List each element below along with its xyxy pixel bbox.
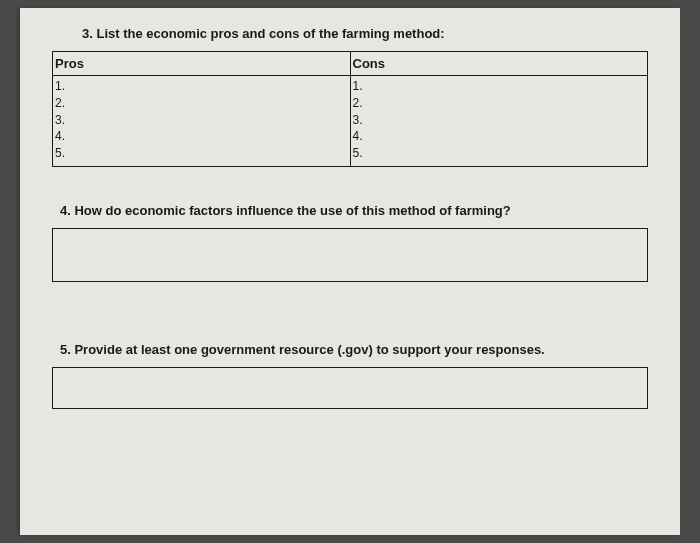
cons-item: 2. [353, 95, 646, 112]
question-5-answer-box [52, 367, 648, 409]
question-4-prompt: 4. How do economic factors influence the… [60, 203, 652, 218]
question-5-prompt: 5. Provide at least one government resou… [60, 342, 652, 357]
cons-item: 5. [353, 145, 646, 162]
cons-column: 1. 2. 3. 4. 5. [351, 76, 648, 166]
question-4-answer-box [52, 228, 648, 282]
table-header-row: Pros Cons [53, 52, 647, 76]
table-body: 1. 2. 3. 4. 5. 1. 2. 3. 4. 5. [53, 76, 647, 166]
worksheet-page: 3. List the economic pros and cons of th… [20, 8, 680, 535]
question-3-prompt: 3. List the economic pros and cons of th… [82, 26, 652, 41]
pros-cons-table: Pros Cons 1. 2. 3. 4. 5. 1. 2. 3. 4. 5. [52, 51, 648, 167]
pros-column: 1. 2. 3. 4. 5. [53, 76, 351, 166]
header-pros: Pros [53, 52, 351, 75]
cons-item: 3. [353, 112, 646, 129]
cons-item: 1. [353, 78, 646, 95]
pros-item: 1. [55, 78, 348, 95]
pros-item: 3. [55, 112, 348, 129]
pros-item: 2. [55, 95, 348, 112]
pros-item: 4. [55, 128, 348, 145]
header-cons: Cons [351, 52, 648, 75]
pros-item: 5. [55, 145, 348, 162]
cons-item: 4. [353, 128, 646, 145]
